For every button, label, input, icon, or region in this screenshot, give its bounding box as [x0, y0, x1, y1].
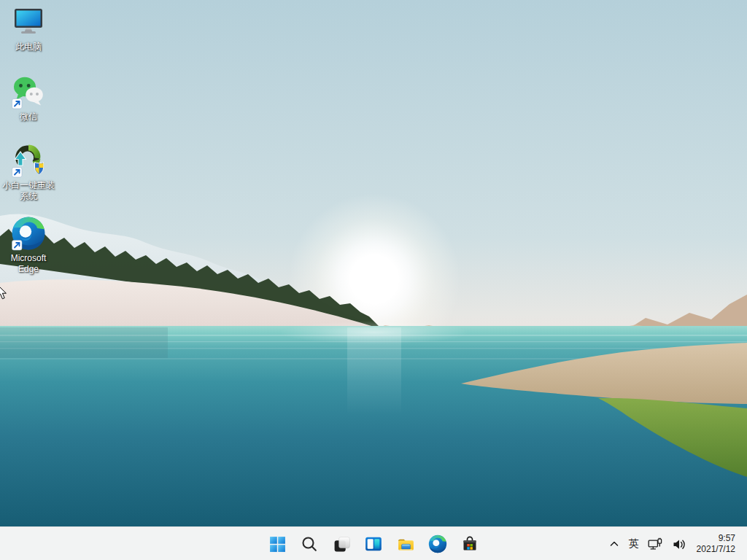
ime-indicator[interactable]: 英: [624, 529, 643, 559]
edge-button[interactable]: [423, 529, 452, 559]
task-view-button[interactable]: [327, 529, 356, 559]
shortcut-arrow-badge: [12, 241, 23, 251]
desktop-icon-edge[interactable]: Microsoft Edge: [1, 216, 56, 275]
desktop-icon-wechat[interactable]: 微信: [1, 74, 56, 122]
folder-icon: [396, 534, 416, 554]
microsoft-store-icon: [460, 534, 479, 553]
search-icon: [301, 535, 318, 553]
microsoft-store-button[interactable]: [455, 529, 484, 559]
desktop-icon-label: 此电脑: [1, 42, 56, 52]
this-pc-icon: [11, 4, 46, 39]
clock-date: 2021/7/12: [697, 544, 735, 555]
task-view-icon: [333, 535, 351, 553]
taskbar: 英 9:57: [0, 526, 747, 560]
shortcut-arrow-badge: [12, 99, 23, 109]
edge-icon: [11, 216, 46, 251]
clock-time: 9:57: [719, 533, 735, 544]
wallpaper: [0, 0, 747, 526]
windows-start-icon: [268, 535, 287, 553]
taskbar-center-icons: [263, 527, 484, 560]
speaker-icon: [672, 537, 686, 551]
screen: 此电脑: [0, 0, 747, 560]
chevron-up-icon: [608, 538, 620, 550]
desktop-icon-label: 微信: [1, 112, 56, 122]
file-explorer-button[interactable]: [391, 529, 420, 559]
hidden-icons-button[interactable]: [604, 529, 624, 559]
network-button[interactable]: [643, 529, 667, 559]
ethernet-network-icon: [648, 537, 663, 551]
start-button[interactable]: [263, 529, 292, 559]
desktop-icon-xiaobai[interactable]: 小白一键重装系统: [1, 143, 56, 202]
system-tray: 英 9:57: [604, 527, 747, 560]
clock[interactable]: 9:57 2021/7/12: [691, 529, 738, 559]
desktop-icon-this-pc[interactable]: 此电脑: [1, 4, 56, 52]
desktop-icon-label: Microsoft Edge: [1, 253, 56, 275]
xiaobai-reinstall-icon: [11, 143, 46, 178]
volume-button[interactable]: [667, 529, 691, 559]
search-button[interactable]: [295, 529, 324, 559]
edge-icon: [428, 534, 447, 553]
desktop[interactable]: 此电脑: [0, 0, 747, 526]
widgets-icon: [364, 534, 383, 553]
desktop-icon-label: 小白一键重装系统: [1, 180, 56, 202]
wechat-icon: [11, 74, 46, 109]
shortcut-arrow-badge: [12, 168, 23, 178]
widgets-button[interactable]: [359, 529, 388, 559]
